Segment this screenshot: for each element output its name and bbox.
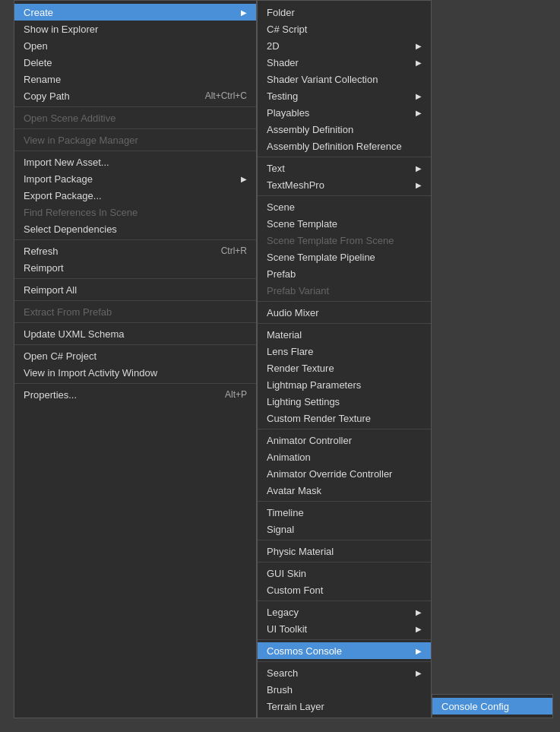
menu-separator bbox=[258, 429, 431, 429]
menu-item-timeline[interactable]: Timeline bbox=[258, 504, 431, 521]
menu-item-export-package[interactable]: Export Package... bbox=[14, 187, 256, 204]
menu-item-custom-render-texture[interactable]: Custom Render Texture bbox=[258, 410, 431, 426]
menu-item-animator-controller[interactable]: Animator Controller bbox=[258, 432, 431, 448]
menu-separator bbox=[14, 151, 256, 151]
menu-item-prefab[interactable]: Prefab bbox=[258, 265, 431, 282]
menu-item-create[interactable]: Create▶ bbox=[14, 4, 256, 21]
menu-item-avatar-mask[interactable]: Avatar Mask bbox=[258, 482, 431, 499]
left-menu: Create▶Show in ExplorerOpenDeleteRenameC… bbox=[14, 0, 257, 718]
menu-item-terrain-layer[interactable]: Terrain Layer bbox=[258, 698, 431, 715]
menu-item-shader[interactable]: Shader▶ bbox=[258, 54, 431, 71]
menu-item-delete[interactable]: Delete bbox=[14, 54, 256, 71]
menu-item-label: Lightmap Parameters bbox=[267, 379, 361, 391]
submenu-arrow-icon: ▶ bbox=[416, 92, 422, 100]
menu-item-label: Signal bbox=[267, 524, 294, 535]
menu-item-label: Render Texture bbox=[267, 363, 334, 374]
menu-item-label: Folder bbox=[267, 7, 295, 18]
menu-item-label: Brush bbox=[267, 684, 293, 696]
menu-item-folder[interactable]: Folder bbox=[258, 4, 431, 21]
menu-item-lighting-settings[interactable]: Lighting Settings bbox=[258, 393, 431, 410]
menu-item-text[interactable]: Text▶ bbox=[258, 160, 431, 176]
menu-item-signal[interactable]: Signal bbox=[258, 521, 431, 537]
menu-separator bbox=[14, 322, 256, 323]
submenu-arrow-icon: ▶ bbox=[241, 175, 247, 183]
menu-item-label: Find References In Scene bbox=[24, 207, 138, 218]
menu-item-textmeshpro[interactable]: TextMeshPro▶ bbox=[258, 176, 431, 193]
menu-item-label: Import New Asset... bbox=[24, 157, 109, 168]
menu-item-rename[interactable]: Rename bbox=[14, 71, 256, 87]
menu-item-testing[interactable]: Testing▶ bbox=[258, 87, 431, 104]
menu-item-playables[interactable]: Playables▶ bbox=[258, 104, 431, 121]
menu-item-scene[interactable]: Scene bbox=[258, 198, 431, 215]
menu-separator bbox=[14, 128, 256, 129]
menu-item-animation[interactable]: Animation bbox=[258, 448, 431, 465]
menu-item-label: Shader Variant Collection bbox=[267, 74, 378, 85]
menu-item-shortcut: Alt+Ctrl+C bbox=[205, 90, 247, 101]
menu-item-scene-template-pipeline[interactable]: Scene Template Pipeline bbox=[258, 249, 431, 265]
menu-separator bbox=[258, 562, 431, 562]
menu-item-ui-toolkit[interactable]: UI Toolkit▶ bbox=[258, 620, 431, 637]
menu-item-assembly-definition-reference[interactable]: Assembly Definition Reference bbox=[258, 138, 431, 154]
menu-item-view-import-activity[interactable]: View in Import Activity Window bbox=[14, 364, 256, 381]
menu-item-open-csharp[interactable]: Open C# Project bbox=[14, 347, 256, 364]
submenu-arrow-icon: ▶ bbox=[416, 109, 422, 117]
menu-item-brush[interactable]: Brush bbox=[258, 681, 431, 698]
menu-item-label: Update UXML Schema bbox=[24, 328, 124, 340]
menu-item-lightmap-parameters[interactable]: Lightmap Parameters bbox=[258, 376, 431, 393]
menu-item-reimport-all[interactable]: Reimport All bbox=[14, 281, 256, 298]
menu-item-label: Scene Template From Scene bbox=[267, 235, 394, 246]
submenu-arrow-icon: ▶ bbox=[416, 164, 422, 173]
menu-item-label: UI Toolkit bbox=[267, 623, 307, 635]
submenu-arrow-icon: ▶ bbox=[241, 8, 247, 17]
menu-item-legacy[interactable]: Legacy▶ bbox=[258, 604, 431, 620]
menu-item-select-dependencies[interactable]: Select Dependencies bbox=[14, 220, 256, 237]
menu-item-import-new-asset[interactable]: Import New Asset... bbox=[14, 154, 256, 170]
menu-item-scene-template[interactable]: Scene Template bbox=[258, 215, 431, 232]
menu-item-label: Playables bbox=[267, 107, 309, 119]
menu-item-reimport[interactable]: Reimport bbox=[14, 259, 256, 276]
menu-item-label: Audio Mixer bbox=[267, 307, 319, 318]
menu-item-csharp-script[interactable]: C# Script bbox=[258, 21, 431, 37]
menu-item-physic-material[interactable]: Physic Material bbox=[258, 543, 431, 559]
menu-item-search[interactable]: Search▶ bbox=[258, 664, 431, 681]
menu-item-show-in-explorer[interactable]: Show in Explorer bbox=[14, 21, 256, 37]
menu-item-render-texture[interactable]: Render Texture bbox=[258, 360, 431, 376]
menu-item-refresh[interactable]: RefreshCtrl+R bbox=[14, 242, 256, 259]
menu-item-label: Custom Font bbox=[267, 585, 323, 596]
menu-item-label: Assembly Definition bbox=[267, 124, 353, 135]
submenu-arrow-icon: ▶ bbox=[416, 669, 422, 677]
menu-item-shader-variant-collection[interactable]: Shader Variant Collection bbox=[258, 71, 431, 87]
menu-item-label: Legacy bbox=[267, 607, 299, 618]
menu-separator bbox=[258, 540, 431, 540]
submenu-arrow-icon: ▶ bbox=[416, 181, 422, 189]
menu-item-shortcut: Alt+P bbox=[225, 389, 247, 400]
menu-item-cosmos-console[interactable]: Cosmos Console▶ bbox=[258, 642, 431, 659]
menu-item-lens-flare[interactable]: Lens Flare bbox=[258, 343, 431, 360]
menu-item-label: C# Script bbox=[267, 24, 307, 35]
menu-item-label: Open Scene Additive bbox=[24, 112, 115, 124]
menu-item-properties[interactable]: Properties...Alt+P bbox=[14, 386, 256, 403]
menu-item-copy-path[interactable]: Copy PathAlt+Ctrl+C bbox=[14, 87, 256, 104]
context-menu: Create▶Show in ExplorerOpenDeleteRenameC… bbox=[14, 0, 553, 718]
menu-item-material[interactable]: Material bbox=[258, 326, 431, 343]
menu-item-open[interactable]: Open bbox=[14, 37, 256, 54]
menu-item-label: Properties... bbox=[24, 389, 77, 401]
menu-item-label: View in Import Activity Window bbox=[24, 367, 157, 379]
menu-item-animator-override-controller[interactable]: Animator Override Controller bbox=[258, 465, 431, 482]
menu-item-label: Timeline bbox=[267, 507, 304, 518]
menu-item-audio-mixer[interactable]: Audio Mixer bbox=[258, 304, 431, 321]
menu-item-gui-skin[interactable]: GUI Skin bbox=[258, 565, 431, 581]
menu-item-label: Search bbox=[267, 667, 298, 679]
menu-item-label: Scene Template bbox=[267, 218, 337, 230]
menu-item-prefab-variant: Prefab Variant bbox=[258, 282, 431, 299]
menu-item-console-config[interactable]: Console Config bbox=[432, 698, 552, 715]
menu-item-import-package[interactable]: Import Package▶ bbox=[14, 170, 256, 187]
menu-item-update-uxml[interactable]: Update UXML Schema bbox=[14, 325, 256, 342]
menu-item-assembly-definition[interactable]: Assembly Definition bbox=[258, 121, 431, 138]
menu-item-label: Show in Explorer bbox=[24, 24, 98, 35]
menu-item-label: Shader bbox=[267, 57, 299, 68]
menu-item-2d[interactable]: 2D▶ bbox=[258, 37, 431, 54]
menu-item-label: Delete bbox=[24, 57, 52, 68]
menu-item-custom-font[interactable]: Custom Font bbox=[258, 581, 431, 598]
menu-item-label: Cosmos Console bbox=[267, 645, 342, 657]
